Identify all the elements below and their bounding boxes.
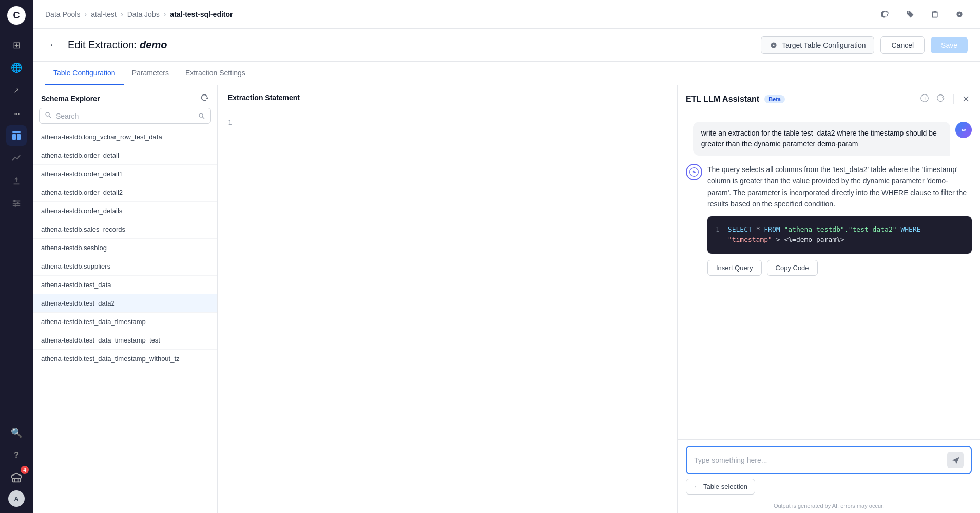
table-selection-label: Table selection [703, 483, 747, 490]
cancel-button[interactable]: Cancel [880, 36, 925, 54]
list-item[interactable]: athena-testdb.long_vchar_row_test_data [33, 128, 217, 146]
ai-message: The query selects all columns from the '… [686, 164, 972, 276]
sidebar-item-user[interactable]: A [8, 490, 25, 507]
main-area: Data Pools › atal-test › Data Jobs › ata… [33, 0, 980, 513]
list-item[interactable]: athena-testdb.order_details [33, 202, 217, 220]
svg-point-8 [14, 204, 17, 207]
reset-icon[interactable] [935, 92, 947, 106]
list-item[interactable]: athena-testdb.test_data_timestamp_withou… [33, 350, 217, 368]
table-selection-button[interactable]: ← Table selection [686, 479, 755, 495]
arrow-left-icon: ← [694, 483, 700, 490]
sidebar-item-notification-wrapper: 4 [6, 468, 27, 488]
breadcrumb-current: atal-test-sql-editor [170, 10, 233, 18]
header-divider [953, 94, 954, 104]
breadcrumb: Data Pools › atal-test › Data Jobs › ata… [45, 10, 233, 18]
sidebar-nav: C ⊞ 🌐 ↗ ··· 🔍 ? [0, 0, 33, 513]
code-operator: > [776, 236, 780, 243]
page-title-area: ← Edit Extraction: demo [45, 37, 167, 53]
breadcrumb-sep-3: › [164, 10, 166, 18]
list-item[interactable]: athena-testdb.suppliers [33, 257, 217, 276]
schema-explorer-header: Schema Explorer [33, 85, 217, 108]
code-from-keyword: FROM [764, 225, 780, 233]
tab-extraction-settings[interactable]: Extraction Settings [177, 62, 254, 85]
assistant-title-area: ETL LLM Assistant Beta [686, 94, 785, 104]
svg-text:AV: AV [961, 128, 966, 132]
svg-point-14 [199, 113, 203, 117]
beta-badge: Beta [764, 95, 785, 103]
chat-input[interactable] [694, 456, 943, 464]
ai-content: The query selects all columns from the '… [707, 164, 972, 276]
code-column: "timestamp" [728, 236, 772, 243]
search-box[interactable] [39, 108, 211, 124]
list-item[interactable]: athena-testdb.order_detail [33, 146, 217, 165]
sidebar-item-search[interactable]: 🔍 [6, 423, 27, 443]
list-item[interactable]: athena-testdb.sales_records [33, 220, 217, 239]
ai-avatar [686, 164, 702, 180]
insert-query-button[interactable]: Insert Query [707, 260, 762, 276]
schema-explorer-title: Schema Explorer [41, 94, 100, 103]
breadcrumb-data-jobs[interactable]: Data Jobs [127, 10, 160, 18]
user-message: write an extraction for the table test_d… [686, 122, 972, 156]
tab-parameters[interactable]: Parameters [124, 62, 177, 85]
sidebar-item-more[interactable]: ··· [6, 103, 27, 123]
list-item[interactable]: athena-testdb.order_detail1 [33, 165, 217, 183]
clipboard-icon[interactable] [927, 6, 943, 23]
schema-explorer-panel: Schema Explorer [33, 85, 218, 513]
sidebar-item-graph[interactable]: ↗ [6, 80, 27, 101]
assistant-title: ETL LLM Assistant [686, 94, 759, 104]
breadcrumb-data-pools[interactable]: Data Pools [45, 10, 80, 18]
svg-rect-0 [12, 131, 21, 133]
info-icon[interactable]: i [918, 92, 931, 106]
close-icon[interactable]: ✕ [960, 91, 972, 107]
back-button[interactable]: ← [45, 37, 62, 53]
search-submit-icon[interactable] [198, 112, 205, 120]
chat-input-area: ← Table selection [678, 439, 980, 501]
tag-icon[interactable] [902, 6, 918, 23]
settings-icon[interactable] [951, 6, 968, 23]
list-item[interactable]: athena-testdb.sesblog [33, 239, 217, 257]
user-bubble: write an extraction for the table test_d… [693, 122, 950, 156]
breadcrumb-bar: Data Pools › atal-test › Data Jobs › ata… [33, 0, 980, 29]
breadcrumb-atal-test[interactable]: atal-test [91, 10, 117, 18]
page-header: ← Edit Extraction: demo Target Table Con… [33, 29, 980, 62]
list-item[interactable]: athena-testdb.test_data_timestamp_test [33, 331, 217, 350]
notification-badge: 4 [21, 466, 29, 474]
tab-table-configuration[interactable]: Table Configuration [45, 62, 124, 85]
app-logo[interactable]: C [7, 6, 26, 25]
svg-rect-9 [13, 478, 21, 482]
search-icon [45, 111, 52, 120]
sidebar-item-chart[interactable] [6, 148, 27, 168]
refresh-icon[interactable] [877, 6, 894, 23]
chat-send-button[interactable] [947, 452, 964, 468]
sidebar-item-globe[interactable]: 🌐 [6, 58, 27, 78]
output-note: Output is generated by AI, errors may oc… [678, 501, 980, 513]
assistant-header-icons: i ✕ [918, 91, 972, 107]
line-numbers: 1 [228, 117, 232, 507]
list-item[interactable]: athena-testdb.order_detail2 [33, 183, 217, 202]
chat-input-row [686, 446, 972, 474]
list-item[interactable]: athena-testdb.test_data_timestamp [33, 313, 217, 331]
breadcrumb-actions [877, 6, 968, 23]
target-table-config-button[interactable]: Target Table Configuration [761, 36, 874, 54]
list-item[interactable]: athena-testdb.test_data2 [33, 294, 217, 313]
code-star: * [756, 225, 764, 233]
user-message-text: write an extraction for the table test_d… [701, 129, 937, 148]
svg-point-21 [693, 171, 695, 173]
editor-content[interactable] [238, 117, 667, 507]
breadcrumb-sep-1: › [84, 10, 87, 18]
search-input[interactable] [56, 112, 194, 120]
refresh-schema-icon[interactable] [201, 93, 209, 104]
sidebar-item-grid[interactable]: ⊞ [6, 35, 27, 55]
gear-icon [770, 41, 778, 49]
save-button[interactable]: Save [931, 37, 968, 53]
code-parameter: <%=demo-param%> [784, 236, 844, 243]
copy-code-button[interactable]: Copy Code [767, 260, 818, 276]
svg-rect-2 [17, 134, 21, 140]
sidebar-item-table[interactable] [6, 125, 27, 146]
sidebar-item-help[interactable]: ? [6, 445, 27, 466]
sidebar-item-sliders[interactable] [6, 193, 27, 214]
sidebar-item-upload[interactable] [6, 170, 27, 191]
extraction-header: Extraction Statement [218, 85, 677, 110]
ai-response-text: The query selects all columns from the '… [707, 164, 972, 210]
list-item[interactable]: athena-testdb.test_data [33, 276, 217, 294]
